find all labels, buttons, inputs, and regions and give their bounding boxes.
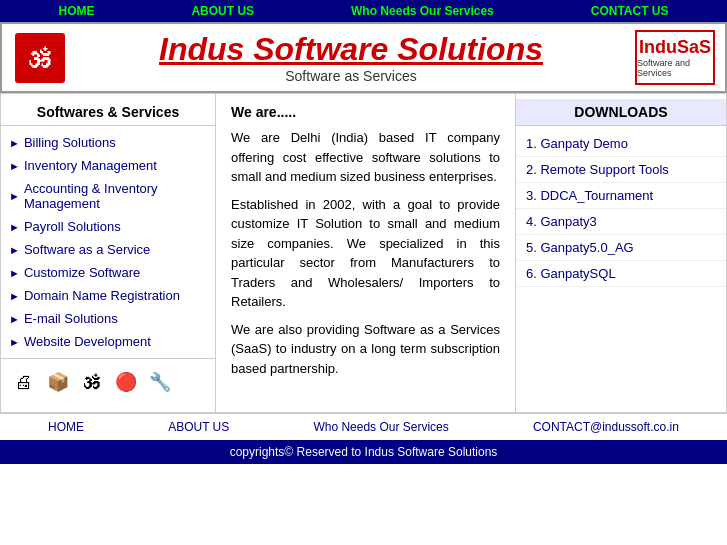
center-para-1: We are Delhi (India) based IT company of… (231, 128, 500, 187)
footer-home[interactable]: HOME (48, 420, 84, 434)
icon-wrench[interactable]: 🔧 (145, 367, 175, 397)
sidebar-label-payroll: Payroll Solutions (24, 219, 121, 234)
download-item-3[interactable]: 3. DDCA_Tournament (516, 183, 726, 209)
footer-copyright: copyrights© Reserved to Indus Software S… (0, 440, 727, 464)
arrow-icon: ► (9, 221, 20, 233)
arrow-icon: ► (9, 137, 20, 149)
indusas-logo-text: InduSaS (639, 37, 711, 58)
main-container: Softwares & Services ► Billing Solutions… (0, 93, 727, 413)
nav-who-needs[interactable]: Who Needs Our Services (351, 4, 494, 18)
icon-om[interactable]: 🕉 (77, 367, 107, 397)
sidebar-label-customize: Customize Software (24, 265, 140, 280)
icon-printer[interactable]: 🖨 (9, 367, 39, 397)
arrow-icon: ► (9, 336, 20, 348)
downloads-panel: DOWNLOADS 1. Ganpaty Demo 2. Remote Supp… (516, 94, 726, 412)
sidebar-label-saas: Software as a Service (24, 242, 150, 257)
sidebar-item-domain[interactable]: ► Domain Name Registration (1, 284, 215, 307)
footer-about[interactable]: ABOUT US (168, 420, 229, 434)
sidebar-label-domain: Domain Name Registration (24, 288, 180, 303)
center-heading: We are..... (231, 104, 500, 120)
sidebar: Softwares & Services ► Billing Solutions… (1, 94, 216, 412)
sidebar-item-saas[interactable]: ► Software as a Service (1, 238, 215, 261)
footer-who-needs[interactable]: Who Needs Our Services (313, 420, 448, 434)
indusas-logo-subtext: Software and Services (637, 58, 713, 78)
ganesh-icon: 🕉 (15, 33, 65, 83)
center-para-3: We are also providing Software as a Serv… (231, 320, 500, 379)
sidebar-label-webdev: Website Development (24, 334, 151, 349)
sidebar-item-billing[interactable]: ► Billing Solutions (1, 131, 215, 154)
logo-right: InduSaS Software and Services (635, 30, 715, 85)
sidebar-item-customize[interactable]: ► Customize Software (1, 261, 215, 284)
sidebar-label-billing: Billing Solutions (24, 135, 116, 150)
sidebar-item-inventory[interactable]: ► Inventory Management (1, 154, 215, 177)
arrow-icon: ► (9, 313, 20, 325)
arrow-icon: ► (9, 160, 20, 172)
sidebar-item-email[interactable]: ► E-mail Solutions (1, 307, 215, 330)
top-navigation: HOME ABOUT US Who Needs Our Services CON… (0, 0, 727, 22)
sidebar-icons-row: 🖨 📦 🕉 🔴 🔧 (1, 358, 215, 405)
sidebar-label-inventory: Inventory Management (24, 158, 157, 173)
download-item-4[interactable]: 4. Ganpaty3 (516, 209, 726, 235)
download-item-6[interactable]: 6. GanpatySQL (516, 261, 726, 287)
arrow-icon: ► (9, 244, 20, 256)
arrow-icon: ► (9, 190, 20, 202)
center-para-2: Established in 2002, with a goal to prov… (231, 195, 500, 312)
header-title-block: Indus Software Solutions Software as Ser… (67, 31, 635, 84)
download-item-1[interactable]: 1. Ganpaty Demo (516, 131, 726, 157)
footer-nav: HOME ABOUT US Who Needs Our Services CON… (0, 413, 727, 440)
sidebar-item-accounting[interactable]: ► Accounting & Inventory Management (1, 177, 215, 215)
icon-dot[interactable]: 🔴 (111, 367, 141, 397)
nav-home[interactable]: HOME (58, 4, 94, 18)
download-item-2[interactable]: 2. Remote Support Tools (516, 157, 726, 183)
copyright-text: copyrights© Reserved to Indus Software S… (230, 445, 498, 459)
nav-contact[interactable]: CONTACT US (591, 4, 669, 18)
sidebar-label-accounting: Accounting & Inventory Management (24, 181, 207, 211)
sidebar-item-payroll[interactable]: ► Payroll Solutions (1, 215, 215, 238)
arrow-icon: ► (9, 267, 20, 279)
sidebar-item-webdev[interactable]: ► Website Development (1, 330, 215, 353)
downloads-heading: DOWNLOADS (516, 99, 726, 126)
arrow-icon: ► (9, 290, 20, 302)
sidebar-heading: Softwares & Services (1, 99, 215, 126)
icon-box[interactable]: 📦 (43, 367, 73, 397)
logo-left: 🕉 (12, 30, 67, 85)
page-header: 🕉 Indus Software Solutions Software as S… (0, 22, 727, 93)
footer-contact[interactable]: CONTACT@indussoft.co.in (533, 420, 679, 434)
download-item-5[interactable]: 5. Ganpaty5.0_AG (516, 235, 726, 261)
site-title: Indus Software Solutions (67, 31, 635, 68)
site-subtitle: Software as Services (67, 68, 635, 84)
sidebar-label-email: E-mail Solutions (24, 311, 118, 326)
center-content: We are..... We are Delhi (India) based I… (216, 94, 516, 412)
nav-about[interactable]: ABOUT US (191, 4, 254, 18)
